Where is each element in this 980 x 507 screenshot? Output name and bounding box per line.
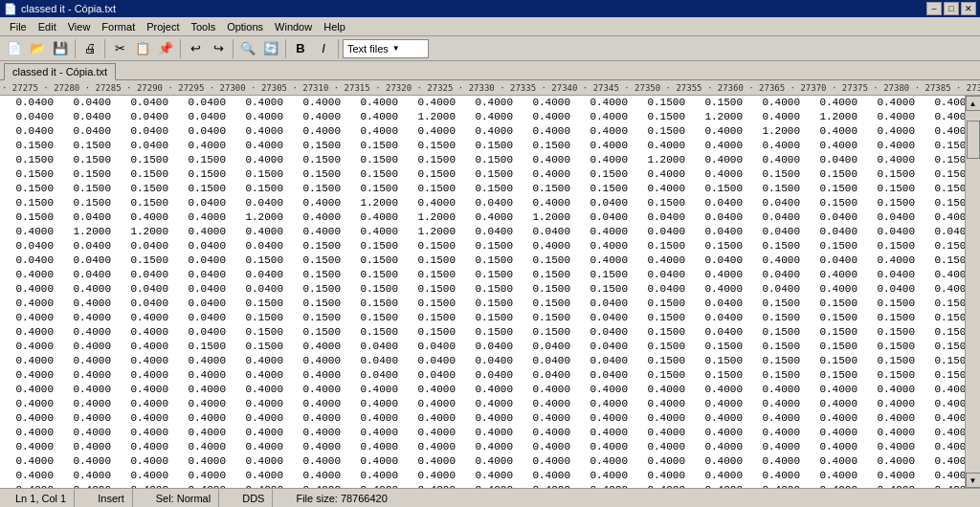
print-button[interactable]: 🖨 xyxy=(79,38,100,59)
table-row: 0.40000.40000.40000.40000.40000.40000.40… xyxy=(0,397,980,411)
table-cell: 0.4000 xyxy=(861,110,919,124)
titlebar-controls: – □ ✕ xyxy=(926,2,976,15)
content-area[interactable]: 0.04000.04000.04000.04000.40000.40000.40… xyxy=(0,96,980,488)
table-cell: 0.0400 xyxy=(345,340,402,354)
table-cell: 0.0400 xyxy=(632,225,689,239)
table-cell: 0.1500 xyxy=(517,182,574,196)
table-cell: 0.1500 xyxy=(517,311,574,325)
menu-view[interactable]: View xyxy=(62,18,97,35)
menu-options[interactable]: Options xyxy=(221,18,269,35)
table-cell: 0.0400 xyxy=(632,210,689,225)
menu-file[interactable]: File xyxy=(4,18,33,35)
table-cell: 1.2000 xyxy=(804,110,861,124)
table-cell: 0.1500 xyxy=(517,297,574,311)
menu-format[interactable]: Format xyxy=(96,18,141,35)
table-cell: 0.4000 xyxy=(172,368,230,383)
menu-help[interactable]: Help xyxy=(318,18,351,35)
find-button[interactable]: 🔍 xyxy=(237,38,258,59)
table-cell: 0.4000 xyxy=(746,454,804,469)
table-cell: 0.4000 xyxy=(402,124,459,139)
table-cell: 0.0400 xyxy=(230,268,287,282)
close-button[interactable]: ✕ xyxy=(961,2,976,15)
table-cell: 0.1500 xyxy=(804,297,861,311)
table-cell: 0.0400 xyxy=(632,268,689,282)
table-cell: 0.1500 xyxy=(230,325,287,340)
table-cell: 1.2000 xyxy=(402,225,459,239)
table-cell: 0.1500 xyxy=(345,297,402,311)
statusbar: Ln 1, Col 1 Insert Sel: Normal DDS File … xyxy=(0,488,980,507)
maximize-button[interactable]: □ xyxy=(944,2,959,15)
save-button[interactable]: 💾 xyxy=(50,38,71,59)
table-cell: 0.4000 xyxy=(632,397,689,411)
italic-button[interactable]: I xyxy=(313,38,334,59)
table-cell: 0.4000 xyxy=(517,110,574,124)
table-cell: 0.1500 xyxy=(861,311,919,325)
menu-window[interactable]: Window xyxy=(269,18,318,35)
table-cell: 0.4000 xyxy=(517,483,574,488)
table-cell: 0.4000 xyxy=(574,239,632,254)
table-cell: 0.0400 xyxy=(746,225,804,239)
table-cell: 0.4000 xyxy=(172,383,230,397)
table-cell: 0.0400 xyxy=(57,124,115,139)
table-cell: 0.4000 xyxy=(287,225,345,239)
table-cell: 0.1500 xyxy=(746,239,804,254)
minimize-button[interactable]: – xyxy=(926,2,942,15)
table-cell: 0.4000 xyxy=(402,397,459,411)
table-cell: 0.4000 xyxy=(57,311,115,325)
replace-button[interactable]: 🔄 xyxy=(260,38,281,59)
scroll-thumb[interactable] xyxy=(967,121,980,159)
table-cell: 0.4000 xyxy=(0,411,57,426)
table-cell: 0.4000 xyxy=(861,124,919,139)
table-cell: 0.1500 xyxy=(0,167,57,182)
table-cell: 0.4000 xyxy=(861,397,919,411)
table-cell: 0.1500 xyxy=(746,167,804,182)
paste-button[interactable]: 📌 xyxy=(155,38,176,59)
vertical-scrollbar[interactable]: ▲ ▼ xyxy=(965,96,980,488)
table-cell: 0.4000 xyxy=(402,440,459,454)
table-cell: 0.4000 xyxy=(632,167,689,182)
table-cell: 0.4000 xyxy=(689,397,746,411)
new-button[interactable]: 📄 xyxy=(4,38,25,59)
table-cell: 0.1500 xyxy=(0,182,57,196)
filetype-dropdown[interactable]: Text files ▼ xyxy=(343,39,429,58)
table-cell: 0.4000 xyxy=(0,426,57,440)
table-cell: 0.1500 xyxy=(287,153,345,167)
status-selection: Sel: Normal xyxy=(148,489,219,507)
undo-button[interactable]: ↩ xyxy=(185,38,206,59)
table-cell: 0.4000 xyxy=(517,426,574,440)
table-cell: 0.4000 xyxy=(804,383,861,397)
bold-button[interactable]: B xyxy=(290,38,311,59)
scroll-down-button[interactable]: ▼ xyxy=(966,473,981,488)
table-cell: 0.1500 xyxy=(402,139,459,153)
table-cell: 0.1500 xyxy=(345,182,402,196)
table-cell: 0.1500 xyxy=(804,311,861,325)
scroll-track[interactable] xyxy=(966,111,980,473)
table-cell: 0.0400 xyxy=(0,239,57,254)
table-cell: 0.4000 xyxy=(287,397,345,411)
table-cell: 0.0400 xyxy=(861,225,919,239)
cut-button[interactable]: ✂ xyxy=(109,38,130,59)
open-button[interactable]: 📂 xyxy=(27,38,48,59)
table-row: 0.15000.04000.40000.40001.20000.40000.40… xyxy=(0,210,980,225)
table-cell: 0.4000 xyxy=(345,440,402,454)
redo-button[interactable]: ↪ xyxy=(208,38,229,59)
table-cell: 0.1500 xyxy=(172,182,230,196)
table-cell: 0.1500 xyxy=(632,196,689,210)
table-cell: 0.4000 xyxy=(230,225,287,239)
tab-label: classed it - Cópia.txt xyxy=(12,66,107,77)
scroll-up-button[interactable]: ▲ xyxy=(966,96,981,111)
table-cell: 0.4000 xyxy=(57,397,115,411)
table-cell: 0.0400 xyxy=(746,210,804,225)
menu-tools[interactable]: Tools xyxy=(185,18,221,35)
table-cell: 0.0400 xyxy=(574,311,632,325)
table-cell: 0.0400 xyxy=(574,368,632,383)
table-cell: 0.4000 xyxy=(804,469,861,483)
tab-main[interactable]: classed it - Cópia.txt xyxy=(4,63,116,80)
menu-project[interactable]: Project xyxy=(141,18,185,35)
table-cell: 0.1500 xyxy=(689,340,746,354)
table-cell: 0.4000 xyxy=(861,469,919,483)
table-cell: 0.0400 xyxy=(172,124,230,139)
copy-button[interactable]: 📋 xyxy=(132,38,153,59)
table-row: 0.15000.15000.15000.15000.15000.15000.15… xyxy=(0,167,980,182)
menu-edit[interactable]: Edit xyxy=(33,18,62,35)
